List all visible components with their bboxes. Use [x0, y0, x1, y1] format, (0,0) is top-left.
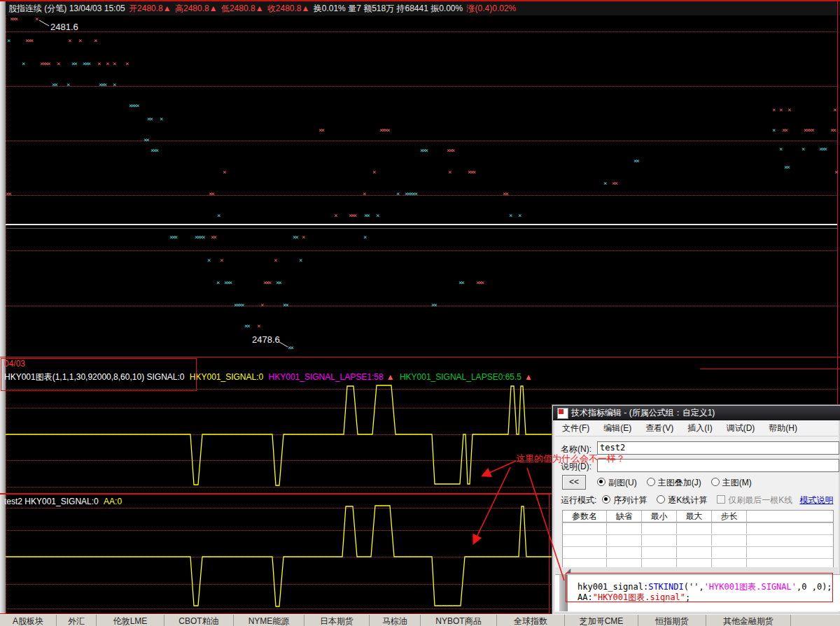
text-segment: 换0.01% 量7 额518万 持68441 振0.00% [314, 3, 465, 13]
trade-tick-cluster: × [834, 169, 836, 175]
trade-tick-cluster: × [274, 257, 276, 263]
trade-tick-cluster: ××× [99, 82, 106, 87]
red-highlight-box [566, 573, 833, 602]
market-tab[interactable]: NYBOT商品 [421, 615, 497, 626]
trade-tick-cluster: × [68, 38, 70, 43]
refresh-last-bar-checkbox[interactable]: 仅刷最后一根K线 [717, 495, 792, 505]
params-table[interactable]: 参数名缺省最小最大步长 [562, 510, 834, 569]
menu-item[interactable]: 调试(D) [720, 420, 762, 436]
table-grid-line [676, 546, 677, 557]
radio-icon [657, 495, 665, 504]
trade-tick-cluster: ×× [431, 302, 436, 308]
trade-tick-cluster: ×× [147, 116, 152, 122]
trade-tick-cluster: ×××× [379, 127, 389, 133]
dialog-titlebar[interactable]: 技术指标编辑 - (所属公式组：自定义1) [553, 406, 840, 420]
run-mode-radio[interactable]: 逐K线计算 [657, 495, 707, 505]
market-tab[interactable]: 外汇 [57, 615, 97, 626]
red-highlight-box [1, 358, 197, 391]
market-tab[interactable]: CBOT粕油 [164, 615, 234, 626]
panel-separator [6, 224, 838, 225]
text-segment: 股指连续 (分笔) 13/04/03 15:05 [8, 3, 127, 13]
price-callout-label: 2478.6 [252, 334, 280, 345]
table-row-line [563, 546, 833, 547]
trade-tick-cluster: × [57, 61, 59, 66]
menu-item[interactable]: 帮助(H) [762, 420, 804, 436]
trade-tick-cluster: × [376, 213, 378, 218]
trade-tick-cluster: × [363, 234, 365, 240]
trade-tick-cluster: × [779, 146, 781, 152]
trade-tick-cluster: × [160, 116, 162, 122]
market-tab[interactable]: 恒指期货 [638, 615, 706, 626]
trade-tick-cluster: ×××× [40, 61, 50, 66]
panel-separator [0, 0, 840, 1]
trade-tick-cluster: × [94, 38, 96, 43]
trade-tick-cluster: × [833, 107, 835, 113]
trade-tick-cluster: ×× [503, 191, 507, 197]
radio-icon [647, 478, 655, 486]
menu-item[interactable]: 查看(V) [638, 420, 680, 436]
trade-tick-cluster: × [113, 82, 115, 87]
trade-tick-cluster: × [257, 323, 259, 329]
trade-tick-cluster: ×× [276, 280, 281, 285]
price-gridline [6, 306, 838, 306]
table-grid-line [711, 522, 712, 534]
table-header-cell: 参数名 [563, 511, 607, 522]
market-tab[interactable]: 日本期货 [304, 615, 370, 626]
trade-tick-cluster: ×× [830, 127, 835, 133]
trade-tick-cluster: ××× [10, 16, 17, 22]
trade-tick-cluster: ××× [224, 280, 231, 285]
collapse-button[interactable]: << [562, 475, 586, 490]
trade-tick-cluster: × [603, 180, 606, 186]
trade-tick-cluster: ××× [447, 148, 454, 153]
price-callout-label: 2481.6 [50, 22, 78, 32]
trade-tick-cluster: × [35, 16, 37, 22]
trade-tick-cluster: × [518, 213, 520, 218]
table-grid-line [746, 546, 747, 557]
trade-tick-cluster: ×× [288, 345, 293, 350]
quote-titlebar: 股指连续 (分笔) 13/04/03 15:05 开2480.8▲ 高2480.… [6, 1, 840, 15]
mode-help-link[interactable]: 模式说明 [799, 495, 833, 505]
menu-item[interactable]: 文件(F) [555, 420, 596, 436]
market-tab[interactable]: 芝加哥CME [565, 615, 638, 626]
trade-tick-cluster: × [779, 107, 781, 113]
market-tab[interactable]: NYME能源 [234, 615, 304, 626]
trade-tick-cluster: × [772, 127, 774, 133]
trade-tick-cluster: × [78, 38, 80, 43]
trade-tick-cluster: ×× [209, 191, 214, 197]
radio-icon [602, 495, 610, 504]
market-tab[interactable]: 其他金融期货 [706, 615, 791, 626]
refresh-checkbox-label: 仅刷最后一根K线 [728, 495, 792, 505]
trade-tick-cluster: ×× [244, 323, 249, 329]
trade-tick-cluster: × [802, 146, 804, 152]
trade-tick-cluster: ×× [318, 127, 323, 133]
table-header-cell: 步长 [712, 511, 747, 522]
trade-tick-cluster: × [220, 257, 222, 263]
market-tab[interactable]: A股板块 [0, 615, 57, 626]
table-grid-line [676, 522, 677, 534]
plot-type-radio[interactable]: 主图(M) [711, 478, 752, 488]
table-row-line [563, 534, 833, 535]
trade-tick-cluster: × [334, 213, 336, 218]
run-mode-radio[interactable]: 序列计算 [602, 495, 647, 505]
name-input[interactable]: test2 [597, 441, 839, 455]
trade-tick-cluster: × [7, 38, 9, 43]
desc-input[interactable] [597, 459, 839, 472]
table-header-cell: 最小 [642, 511, 677, 522]
table-grid-line [641, 546, 642, 557]
price-gridline [6, 141, 838, 141]
trade-tick-cluster: ××××× [405, 191, 416, 197]
trade-tick-cluster: × [217, 213, 219, 218]
plot-type-radio[interactable]: 主图叠加(J) [647, 478, 701, 488]
handwritten-question-annotation: 这里的值为什么会不一样？ [516, 453, 625, 465]
trade-tick-cluster: ×××× [234, 302, 244, 308]
menu-item[interactable]: 编辑(E) [596, 420, 638, 436]
menu-item[interactable]: 插入(I) [680, 420, 719, 436]
table-row-line [563, 522, 833, 523]
market-tab[interactable]: 全球指数 [497, 615, 565, 626]
trade-tick-cluster: ××× [468, 169, 475, 175]
trade-tick-cluster: ××× [150, 148, 158, 153]
market-tab[interactable]: 伦敦LME [97, 615, 164, 626]
plot-type-radio[interactable]: 副图(U) [597, 478, 637, 488]
trade-tick-cluster: ×× [293, 234, 298, 240]
market-tab[interactable]: 马棕油 [370, 615, 421, 626]
